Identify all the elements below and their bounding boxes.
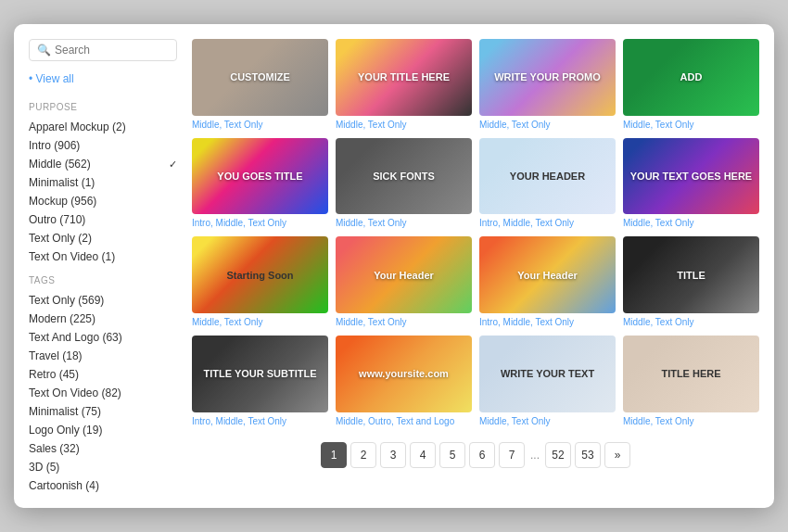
template-card-13[interactable]: TITLE YOUR SUBTITLE Intro, Middle, Text … xyxy=(192,336,328,427)
card-label-8: Middle, Text Only xyxy=(623,217,759,229)
card-thumbnail-15: WRITE YOUR TEXT xyxy=(479,336,616,412)
page-btn-52[interactable]: 52 xyxy=(545,442,571,468)
card-overlay-2: YOUR TITLE HERE xyxy=(336,39,472,116)
template-card-2[interactable]: YOUR TITLE HERE Middle, Text Only xyxy=(336,39,472,131)
template-card-15[interactable]: WRITE YOUR TEXT Middle, Text Only xyxy=(479,336,616,427)
tag-filter-3d[interactable]: 3D (5) xyxy=(29,460,177,475)
sidebar: 🔍 View all Purpose Apparel Mockup (2) In… xyxy=(29,39,177,493)
card-label-1: Middle, Text Only xyxy=(192,119,328,131)
view-all-link[interactable]: View all xyxy=(29,72,177,85)
card-label-2: Middle, Text Only xyxy=(336,119,472,131)
tag-filter-text-and-logo[interactable]: Text And Logo (63) xyxy=(29,330,177,345)
tag-filter-sales[interactable]: Sales (32) xyxy=(29,441,177,456)
card-thumbnail-8: YOUR TEXT GOES HERE xyxy=(623,138,759,215)
purpose-filter-text-on-video[interactable]: Text On Video (1) xyxy=(29,249,177,264)
card-thumbnail-10: Your Header xyxy=(336,236,472,313)
purpose-filter-minimalist[interactable]: Minimalist (1) xyxy=(29,175,177,190)
card-overlay-1: CUSTOMIZE xyxy=(192,39,328,116)
card-overlay-3: WRITE YOUR PROMO xyxy=(479,39,616,116)
tag-filter-logo-only[interactable]: Logo Only (19) xyxy=(29,423,177,437)
page-btn-7[interactable]: 7 xyxy=(499,442,525,468)
card-overlay-13: TITLE YOUR SUBTITLE xyxy=(192,336,328,412)
card-label-16: Middle, Text Only xyxy=(623,415,759,427)
card-thumbnail-5: YOU GOES TITLE xyxy=(192,138,328,215)
tag-filter-travel[interactable]: Travel (18) xyxy=(29,348,177,363)
page-btn-5[interactable]: 5 xyxy=(439,442,465,468)
template-card-8[interactable]: YOUR TEXT GOES HERE Middle, Text Only xyxy=(623,138,759,230)
template-card-6[interactable]: SICK FONTS Middle, Text Only xyxy=(336,138,472,230)
card-overlay-15: WRITE YOUR TEXT xyxy=(479,336,616,412)
card-overlay-6: SICK FONTS xyxy=(336,138,472,215)
search-icon: 🔍 xyxy=(37,44,51,57)
template-card-4[interactable]: ADD Middle, Text Only xyxy=(623,39,759,131)
card-label-6: Middle, Text Only xyxy=(336,217,472,229)
page-btn-3[interactable]: 3 xyxy=(380,442,406,468)
card-overlay-11: Your Header xyxy=(479,236,616,313)
template-card-7[interactable]: YOUR HEADER Intro, Middle, Text Only xyxy=(479,138,616,230)
purpose-filter-outro[interactable]: Outro (710) xyxy=(29,212,177,227)
card-label-14: Middle, Outro, Text and Logo xyxy=(336,415,472,427)
card-thumbnail-9: Starting Soon xyxy=(192,236,328,313)
card-label-4: Middle, Text Only xyxy=(623,119,759,131)
template-card-16[interactable]: TITLE HERE Middle, Text Only xyxy=(623,336,759,427)
card-label-3: Middle, Text Only xyxy=(479,119,616,131)
page-btn-6[interactable]: 6 xyxy=(469,442,495,468)
template-card-1[interactable]: CUSTOMIZE Middle, Text Only xyxy=(192,39,328,131)
page-btn-4[interactable]: 4 xyxy=(410,442,436,468)
template-card-3[interactable]: WRITE YOUR PROMO Middle, Text Only xyxy=(479,39,616,131)
template-grid: CUSTOMIZE Middle, Text Only YOUR TITLE H… xyxy=(192,39,759,427)
card-label-15: Middle, Text Only xyxy=(479,415,616,427)
card-overlay-14: www.yoursite.com xyxy=(336,336,472,412)
template-card-14[interactable]: www.yoursite.com Middle, Outro, Text and… xyxy=(336,336,472,427)
card-thumbnail-1: CUSTOMIZE xyxy=(192,39,328,116)
card-overlay-8: YOUR TEXT GOES HERE xyxy=(623,138,759,215)
page-ellipsis: ... xyxy=(528,449,541,462)
app-window: 🔍 View all Purpose Apparel Mockup (2) In… xyxy=(14,24,774,508)
purpose-filter-middle[interactable]: Middle (562) ✓ xyxy=(29,157,177,171)
card-thumbnail-2: YOUR TITLE HERE xyxy=(336,39,472,116)
tag-filter-retro[interactable]: Retro (45) xyxy=(29,367,177,382)
tags-section-label: Tags xyxy=(29,275,177,285)
purpose-filter-mockup[interactable]: Mockup (956) xyxy=(29,194,177,209)
main-content: 🔍 View all Purpose Apparel Mockup (2) In… xyxy=(14,24,774,508)
card-thumbnail-12: TITLE xyxy=(623,236,759,313)
card-thumbnail-7: YOUR HEADER xyxy=(479,138,616,215)
template-card-12[interactable]: TITLE Middle, Text Only xyxy=(623,236,759,328)
tag-filter-text-only[interactable]: Text Only (569) xyxy=(29,293,177,308)
card-label-11: Intro, Middle, Text Only xyxy=(479,316,616,328)
card-overlay-7: YOUR HEADER xyxy=(479,138,616,215)
card-thumbnail-3: WRITE YOUR PROMO xyxy=(479,39,616,116)
template-card-9[interactable]: Starting Soon Middle, Text Only xyxy=(192,236,328,328)
purpose-filter-intro[interactable]: Intro (906) xyxy=(29,138,177,153)
purpose-section-label: Purpose xyxy=(29,102,177,112)
card-thumbnail-16: TITLE HERE xyxy=(623,336,759,412)
template-card-5[interactable]: YOU GOES TITLE Intro, Middle, Text Only xyxy=(192,138,328,230)
card-thumbnail-4: ADD xyxy=(623,39,759,116)
card-label-7: Intro, Middle, Text Only xyxy=(479,217,616,229)
tag-filter-cartoonish[interactable]: Cartoonish (4) xyxy=(29,478,177,493)
card-label-5: Intro, Middle, Text Only xyxy=(192,217,328,229)
search-box[interactable]: 🔍 xyxy=(29,39,177,61)
card-overlay-4: ADD xyxy=(623,39,759,116)
page-btn-1[interactable]: 1 xyxy=(321,442,347,468)
card-overlay-16: TITLE HERE xyxy=(623,336,759,412)
card-thumbnail-11: Your Header xyxy=(479,236,616,313)
page-btn-2[interactable]: 2 xyxy=(350,442,376,468)
template-card-11[interactable]: Your Header Intro, Middle, Text Only xyxy=(479,236,616,328)
search-input[interactable] xyxy=(55,44,169,57)
card-overlay-10: Your Header xyxy=(336,236,472,313)
tag-filter-text-on-video[interactable]: Text On Video (82) xyxy=(29,386,177,400)
tag-filter-minimalist[interactable]: Minimalist (75) xyxy=(29,404,177,419)
page-btn-53[interactable]: 53 xyxy=(575,442,601,468)
card-thumbnail-6: SICK FONTS xyxy=(336,138,472,215)
tag-filter-modern[interactable]: Modern (225) xyxy=(29,311,177,326)
purpose-filter-text-only[interactable]: Text Only (2) xyxy=(29,231,177,246)
card-label-10: Middle, Text Only xyxy=(336,316,472,328)
card-label-12: Middle, Text Only xyxy=(623,316,759,328)
page-next-btn[interactable]: » xyxy=(604,442,630,468)
check-icon: ✓ xyxy=(169,158,177,171)
card-overlay-5: YOU GOES TITLE xyxy=(192,138,328,215)
card-thumbnail-13: TITLE YOUR SUBTITLE xyxy=(192,336,328,412)
template-card-10[interactable]: Your Header Middle, Text Only xyxy=(336,236,472,328)
purpose-filter-apparel[interactable]: Apparel Mockup (2) xyxy=(29,120,177,134)
